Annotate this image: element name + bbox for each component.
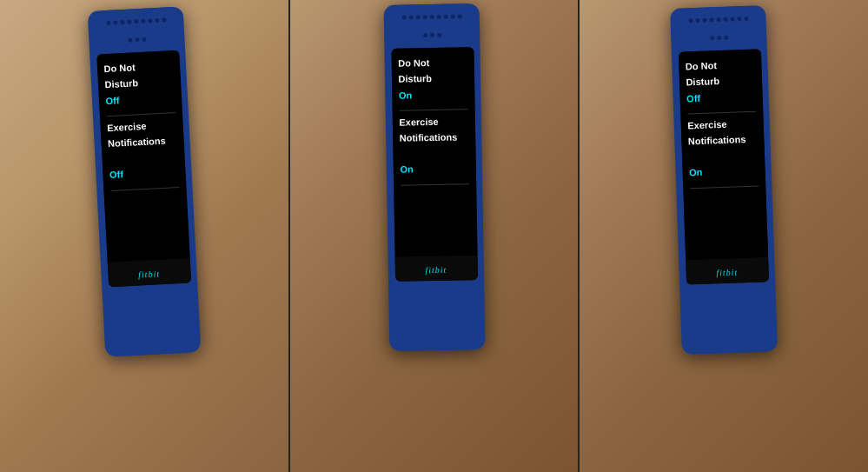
divider-3b xyxy=(690,185,759,189)
texture-dot xyxy=(408,15,413,19)
notifications-label-3: Notifications xyxy=(688,133,757,148)
divider-1a xyxy=(106,112,175,116)
fitbit-logo-1: fitbit xyxy=(138,269,160,279)
notifications-status-1: Off xyxy=(109,165,179,181)
texture-dot xyxy=(161,17,165,22)
device-screen-1: Do Not Disturb Off Exercise Notification… xyxy=(96,50,189,263)
texture-dot xyxy=(141,18,145,23)
dnd-line2-1: Disturb xyxy=(104,75,174,90)
fitbit-device-3: Do Not Disturb Off Exercise Notification… xyxy=(670,5,778,355)
texture-dot xyxy=(737,17,741,21)
dnd-line2-3: Disturb xyxy=(686,74,754,89)
texture-dot xyxy=(436,15,441,19)
device-screen-2: Do Not Disturb On Exercise Notifications… xyxy=(390,47,476,257)
texture-dot xyxy=(723,17,727,21)
texture-dot xyxy=(134,19,138,23)
dnd-status-2: On xyxy=(398,88,467,102)
texture-dot xyxy=(106,21,110,25)
device-footer-2: fitbit xyxy=(394,256,477,282)
fitbit-logo-2: fitbit xyxy=(425,265,447,275)
texture-dot xyxy=(127,19,131,23)
dnd-line1-2: Do Not xyxy=(398,56,467,70)
fitbit-logo-3: fitbit xyxy=(716,268,738,278)
exercise-label-1: Exercise xyxy=(107,118,176,134)
divider-2a xyxy=(399,109,467,110)
device-body-1: Do Not Disturb Off Exercise Notification… xyxy=(96,50,191,288)
texture-dot xyxy=(724,36,728,40)
panel-3: Do Not Disturb Off Exercise Notification… xyxy=(580,0,868,472)
dnd-status-1: Off xyxy=(105,91,175,107)
band-top-1 xyxy=(98,7,175,54)
texture-dot xyxy=(716,17,720,22)
texture-dot xyxy=(429,33,434,37)
band-top-3 xyxy=(681,6,757,52)
fitbit-device-1: Do Not Disturb Off Exercise Notification… xyxy=(87,6,201,356)
exercise-label-3: Exercise xyxy=(687,117,756,132)
panel-1: Do Not Disturb Off Exercise Notification… xyxy=(0,0,288,472)
band-bottom-3 xyxy=(692,283,765,355)
band-bottom-1 xyxy=(115,283,188,356)
device-body-2: Do Not Disturb On Exercise Notifications… xyxy=(390,47,477,282)
dnd-line2-2: Disturb xyxy=(398,72,467,86)
texture-dot xyxy=(730,17,734,21)
notifications-label-1: Notifications xyxy=(108,134,177,150)
texture-dot xyxy=(422,33,427,37)
texture-dot xyxy=(457,14,461,18)
dnd-line1-3: Do Not xyxy=(686,58,754,73)
texture-dot xyxy=(422,15,427,19)
texture-dot xyxy=(436,33,441,37)
texture-dot xyxy=(710,37,714,41)
notifications-label-2: Notifications xyxy=(399,131,467,145)
notifications-status-2: On xyxy=(400,163,468,176)
dnd-status-3: Off xyxy=(686,90,755,104)
texture-dot xyxy=(744,17,748,21)
texture-dot xyxy=(113,20,117,24)
texture-dot xyxy=(120,20,124,24)
texture-dot xyxy=(401,15,406,19)
device-footer-1: fitbit xyxy=(107,258,190,287)
texture-dot xyxy=(695,18,699,23)
texture-dot xyxy=(450,14,454,18)
notifications-status-3: On xyxy=(689,164,758,179)
band-top-2 xyxy=(394,3,469,48)
device-body-3: Do Not Disturb Off Exercise Notification… xyxy=(679,49,769,284)
texture-dot xyxy=(142,37,146,42)
texture-dot xyxy=(717,36,721,40)
texture-dot xyxy=(135,37,139,42)
texture-dot xyxy=(429,15,434,19)
texture-dot xyxy=(443,14,447,18)
texture-dot xyxy=(148,18,152,23)
exercise-label-2: Exercise xyxy=(399,115,467,129)
dnd-line1-1: Do Not xyxy=(103,59,173,75)
band-bottom-2 xyxy=(401,280,472,350)
texture-dot xyxy=(688,18,692,23)
texture-dot xyxy=(128,38,132,43)
texture-dot xyxy=(702,17,706,22)
texture-dot xyxy=(415,15,420,19)
texture-dot xyxy=(154,18,158,23)
texture-dot xyxy=(709,17,713,22)
divider-1b xyxy=(110,187,179,191)
panel-2: Do Not Disturb On Exercise Notifications… xyxy=(290,0,579,472)
fitbit-device-2: Do Not Disturb On Exercise Notifications… xyxy=(383,3,485,351)
device-footer-3: fitbit xyxy=(686,257,769,284)
divider-2b xyxy=(400,183,468,185)
divider-3a xyxy=(687,111,756,115)
device-screen-3: Do Not Disturb Off Exercise Notification… xyxy=(679,49,768,260)
